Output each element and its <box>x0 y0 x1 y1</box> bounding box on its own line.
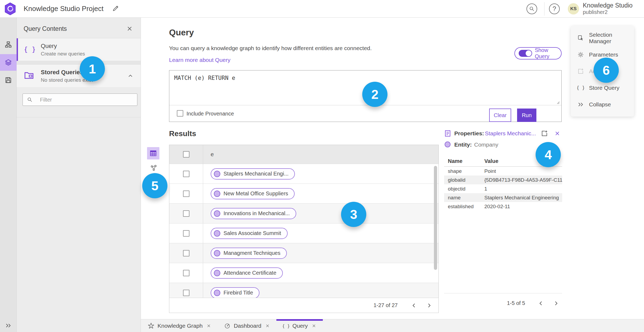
include-provenance-label: Include Provenance <box>186 111 234 117</box>
properties-next-page-button[interactable] <box>552 300 559 307</box>
item-subtitle: Create new queries <box>41 51 85 57</box>
run-button[interactable]: Run <box>517 109 536 122</box>
entity-chip[interactable]: Sales Associate Summit <box>211 228 288 239</box>
results-table-body: Staplers Mechanical Engi... New Metal Of… <box>169 164 438 298</box>
entity-chip[interactable]: Staplers Mechanical Engi... <box>211 168 295 180</box>
property-value: {5D9B4713-F98D-4A53-A59F-C11... <box>484 177 562 183</box>
result-row: New Metal Office Suppliers <box>169 184 438 203</box>
tab-close-icon[interactable] <box>265 323 270 328</box>
side-menu-item-selection-manager[interactable]: Selection Manager <box>571 30 634 46</box>
entity-dot-icon <box>214 270 220 276</box>
toggle-track[interactable] <box>519 50 532 57</box>
close-panel-icon[interactable] <box>126 25 133 32</box>
rail-expand-button[interactable] <box>0 320 17 331</box>
entity-dot-icon <box>445 141 451 147</box>
entity-chip[interactable]: New Metal Office Suppliers <box>211 188 295 199</box>
query-code-input[interactable]: MATCH (e) RETURN e <box>169 70 561 105</box>
entity-dot-icon <box>214 191 220 197</box>
search-button[interactable] <box>526 3 537 14</box>
entity-dot-icon <box>214 230 220 237</box>
property-value: Staplers Mechanical Engineering <box>484 195 562 201</box>
row-checkbox[interactable] <box>183 171 189 177</box>
edit-title-pencil-icon[interactable] <box>112 4 120 12</box>
side-menu-item-collapse[interactable]: Collapse <box>571 96 634 113</box>
contents-item-query[interactable]: Query Create new queries <box>17 38 141 61</box>
tab-knowledge-graph[interactable]: Knowledge Graph <box>141 319 218 332</box>
editor-footer: Include Provenance Clear Run <box>169 105 561 122</box>
contents-item-stored-queries[interactable]: Stored Queries No stored queries exist <box>17 65 141 87</box>
entity-label: Entity: <box>454 141 472 148</box>
row-checkbox[interactable] <box>183 210 189 217</box>
query-description: You can query a knowledge graph to ident… <box>169 45 372 51</box>
results-table: e Staplers Mechanical Engi... New Metal … <box>169 145 439 313</box>
close-properties-icon[interactable] <box>554 130 561 137</box>
property-name: shape <box>444 168 484 174</box>
item-subtitle: No stored queries exist <box>41 77 93 83</box>
project-title: Knowledge Studio Project <box>24 5 104 13</box>
tab-close-icon[interactable] <box>206 323 211 328</box>
include-provenance-checkbox[interactable] <box>177 110 183 117</box>
row-checkbox[interactable] <box>183 290 189 296</box>
entity-chip-label: Managment Techniques <box>224 250 280 256</box>
link-chart-icon <box>150 164 158 172</box>
select-all-checkbox[interactable] <box>183 151 189 158</box>
rail-layers-button[interactable] <box>0 54 17 71</box>
link-chart-view-button[interactable] <box>149 163 158 173</box>
tab-query[interactable]: Query <box>276 319 323 332</box>
chevron-right-icon <box>553 300 559 307</box>
side-menu-item-add-to-map: Add To Map <box>571 63 634 80</box>
properties-pagination: 1-5 of 5 <box>444 293 562 313</box>
user-info[interactable]: Knowledge Studio publisher2 <box>583 2 632 15</box>
result-row: Sales Associate Summit <box>169 223 438 243</box>
tab-dashboard[interactable]: Dashboard <box>218 319 276 332</box>
properties-target-link[interactable]: Staplers Mechanic... <box>485 130 536 137</box>
menu-item-label: Add To Map <box>589 68 619 74</box>
side-menu-item-parameters[interactable]: Parameters <box>571 46 634 63</box>
tree-icon <box>5 41 12 49</box>
tab-label: Dashboard <box>234 323 261 329</box>
filter-input[interactable] <box>23 94 137 106</box>
entity-chip-label: Staplers Mechanical Engi... <box>224 171 288 177</box>
row-checkbox[interactable] <box>183 250 189 256</box>
result-row: Attendance Certificate <box>169 263 438 283</box>
entity-chip[interactable]: Firebird Title <box>211 287 259 298</box>
row-checkbox[interactable] <box>183 230 189 237</box>
tab-close-icon[interactable] <box>312 323 316 328</box>
property-row: shape Point <box>444 167 562 176</box>
entity-chip[interactable]: Innovations in Mechanical... <box>211 208 296 219</box>
query-actions-menu: Selection Manager Parameters Add To Map … <box>571 26 634 117</box>
chevron-left-icon <box>411 302 417 309</box>
user-avatar[interactable]: KS <box>568 3 579 14</box>
show-query-toggle[interactable]: Show Query <box>514 47 562 59</box>
entity-chip-label: New Metal Office Suppliers <box>224 191 288 197</box>
entity-chip[interactable]: Attendance Certificate <box>211 267 283 279</box>
side-menu-item-store-query[interactable]: Store Query <box>571 80 634 96</box>
results-scrollbar-thumb[interactable] <box>434 166 437 270</box>
properties-prev-page-button[interactable] <box>537 300 544 307</box>
selected-accent-bar <box>17 38 18 61</box>
entity-chip[interactable]: Managment Techniques <box>211 248 287 259</box>
chevron-left-icon <box>538 300 544 307</box>
rail-save-button[interactable] <box>0 72 17 88</box>
app-logo-icon[interactable] <box>4 2 16 15</box>
item-title: Query <box>41 43 57 50</box>
row-checkbox[interactable] <box>183 270 189 276</box>
results-prev-page-button[interactable] <box>411 302 418 309</box>
results-pagination: 1-27 of 27 <box>169 298 438 313</box>
learn-more-link[interactable]: Learn more about Query <box>169 57 230 63</box>
chevron-right-icon <box>426 302 432 309</box>
property-name: globalid <box>444 177 484 183</box>
add-to-new-icon[interactable] <box>541 130 548 137</box>
clear-button[interactable]: Clear <box>489 109 511 122</box>
help-button[interactable]: ? <box>549 3 560 14</box>
results-range-label: 1-27 of 27 <box>374 302 398 308</box>
rail-data-model-button[interactable] <box>0 36 17 53</box>
chevron-up-icon[interactable] <box>127 73 134 79</box>
resize-grip-icon[interactable] <box>555 99 560 105</box>
result-row: Firebird Title <box>169 283 438 298</box>
save-icon <box>5 76 12 84</box>
results-next-page-button[interactable] <box>426 302 433 309</box>
row-checkbox[interactable] <box>183 191 189 197</box>
query-editor: MATCH (e) RETURN e Include Provenance Cl… <box>169 70 562 122</box>
table-view-button[interactable] <box>147 147 159 159</box>
